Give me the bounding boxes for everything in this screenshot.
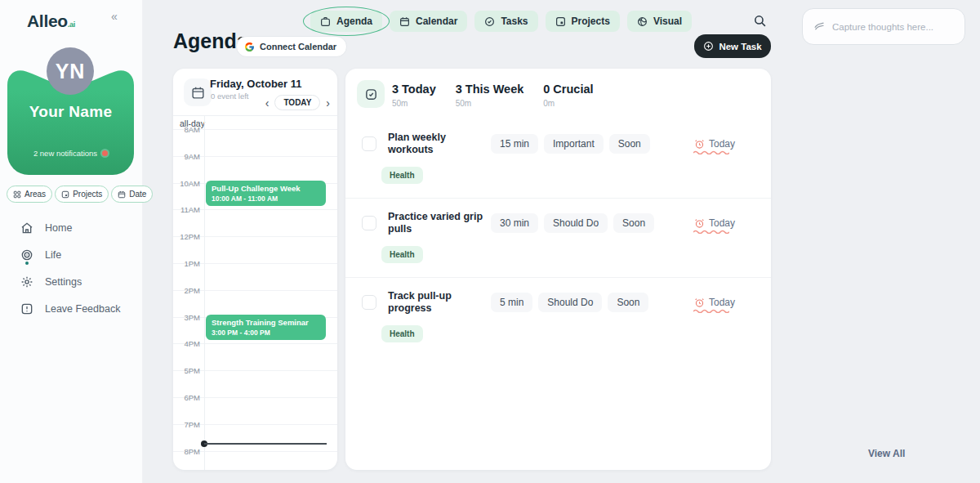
- sidebar-menu: Home Life Settings Leave Feedback: [20, 214, 120, 322]
- calendar-panel: Friday, October 11 0 event left ‹ TODAY …: [173, 69, 337, 470]
- task-row: Track pull-up progress 5 min Should Do S…: [345, 278, 771, 356]
- notifications-label: 2 new notifications: [33, 149, 97, 158]
- check-square-icon: [364, 87, 378, 101]
- task-title: Practice varied grip pulls: [388, 211, 489, 235]
- task-checkbox[interactable]: [362, 295, 376, 310]
- next-day-button[interactable]: ›: [326, 97, 330, 109]
- tasks-panel: 3 Today 50m 3 This Week 50m 0 Crucial 0m…: [345, 69, 771, 470]
- sidebar-item-home[interactable]: Home: [20, 214, 120, 241]
- priority-chip: Should Do: [538, 293, 602, 312]
- projects-icon: [61, 190, 69, 199]
- tag-health: Health: [381, 167, 423, 184]
- alarm-clock-icon: [694, 139, 705, 150]
- feedback-icon: [20, 302, 33, 315]
- home-icon: [20, 221, 33, 235]
- calendar-nav: ‹ TODAY ›: [265, 95, 330, 110]
- sidebar-item-life[interactable]: Life: [20, 241, 120, 268]
- wavy-underline: [693, 309, 729, 313]
- search-icon: [753, 14, 767, 28]
- duration-chip: 30 min: [491, 213, 538, 233]
- pen-icon: [813, 20, 826, 33]
- capture-thoughts-box: [802, 8, 965, 45]
- tasks-stats: 3 Today 50m 3 This Week 50m 0 Crucial 0m: [392, 83, 594, 108]
- calendar-event[interactable]: Strength Training Seminar 3:00 PM - 4:00…: [206, 315, 326, 340]
- check-circle-icon: [484, 16, 495, 27]
- tag-health: Health: [381, 325, 423, 342]
- hour-label: 5PM: [173, 366, 200, 375]
- sidebar-collapse-button[interactable]: «: [111, 10, 118, 23]
- tag-health: Health: [381, 246, 423, 263]
- calendar-event[interactable]: Pull-Up Challenge Week 10:00 AM - 11:00 …: [206, 181, 326, 206]
- event-title: Strength Training Seminar: [212, 318, 320, 327]
- calendar-date-title: Friday, October 11: [210, 78, 301, 90]
- app-logo: Alleo.ai: [27, 11, 75, 31]
- hour-label: 6PM: [173, 393, 200, 402]
- hour-label: 1PM: [173, 259, 200, 268]
- sidebar-filter-date[interactable]: Date: [111, 186, 153, 203]
- task-checkbox[interactable]: [362, 136, 376, 151]
- grid-icon: [13, 190, 21, 199]
- duration-chip: 15 min: [491, 134, 538, 154]
- sidebar-filter-areas[interactable]: Areas: [7, 186, 52, 203]
- sidebar-filters: Areas Projects Date: [7, 186, 153, 203]
- tab-agenda[interactable]: Agenda: [310, 11, 382, 32]
- today-button[interactable]: TODAY: [274, 95, 320, 110]
- when-chip: Soon: [609, 134, 650, 154]
- google-icon: [244, 42, 255, 52]
- hour-label: 8AM: [173, 125, 200, 134]
- sidebar: Alleo.ai « YN Your Name 2 new notificati…: [0, 0, 143, 483]
- event-time: 10:00 AM - 11:00 AM: [212, 195, 320, 203]
- globe-icon: [637, 16, 648, 27]
- prev-day-button[interactable]: ‹: [265, 97, 270, 109]
- priority-chip: Important: [544, 134, 604, 154]
- due-label: Today: [709, 138, 735, 150]
- tab-projects[interactable]: Projects: [546, 11, 620, 32]
- search-button[interactable]: [753, 14, 767, 28]
- tasks-header-icon-box: [357, 80, 385, 108]
- tab-tasks[interactable]: Tasks: [474, 11, 537, 32]
- hour-label: 8PM: [173, 447, 200, 456]
- stat-crucial: 0 Crucial 0m: [543, 83, 593, 108]
- hour-label: 7PM: [173, 420, 200, 429]
- due-label: Today: [709, 217, 735, 229]
- sidebar-item-settings[interactable]: Settings: [20, 268, 120, 295]
- projects-icon: [555, 16, 566, 27]
- due-date[interactable]: Today: [694, 297, 735, 308]
- top-navigation: Agenda Calendar Tasks Projects Visual: [310, 11, 692, 32]
- calendar-icon: [399, 16, 410, 27]
- sidebar-item-leave-feedback[interactable]: Leave Feedback: [20, 295, 120, 322]
- plus-circle-icon: [703, 41, 714, 51]
- new-task-button[interactable]: New Task: [694, 34, 771, 58]
- collapse-icon: «: [111, 10, 118, 23]
- priority-chip: Should Do: [544, 213, 608, 233]
- task-row: Plan weekly workouts 15 min Important So…: [345, 119, 771, 199]
- alarm-clock-icon: [694, 297, 705, 308]
- agenda-icon: [320, 16, 331, 27]
- calendar-icon: [118, 190, 126, 199]
- tab-visual[interactable]: Visual: [627, 11, 692, 32]
- stat-this-week: 3 This Week 50m: [456, 83, 524, 108]
- events-left-label: 0 event left: [211, 92, 248, 101]
- notifications[interactable]: 2 new notifications: [7, 149, 134, 158]
- avatar: YN: [47, 47, 94, 95]
- task-checkbox[interactable]: [362, 216, 376, 230]
- due-date[interactable]: Today: [694, 217, 735, 229]
- task-row: Practice varied grip pulls 30 min Should…: [345, 199, 771, 278]
- due-date[interactable]: Today: [694, 138, 735, 150]
- event-title: Pull-Up Challenge Week: [212, 184, 320, 193]
- hour-label: 3PM: [173, 313, 200, 322]
- connect-calendar-button[interactable]: Connect Calendar: [236, 36, 347, 57]
- view-all-link[interactable]: View All: [868, 448, 905, 459]
- hour-label: 11AM: [173, 205, 200, 214]
- tab-calendar[interactable]: Calendar: [390, 11, 467, 32]
- when-chip: Soon: [613, 213, 654, 233]
- calendar-icon: [191, 86, 205, 100]
- hour-label: 12PM: [173, 232, 200, 241]
- capture-thoughts-input[interactable]: [832, 22, 954, 32]
- sidebar-filter-projects[interactable]: Projects: [55, 186, 109, 203]
- hour-label: 10AM: [173, 179, 200, 188]
- task-title: Track pull-up progress: [388, 290, 489, 315]
- wavy-underline: [693, 230, 729, 234]
- alarm-clock-icon: [694, 218, 705, 229]
- gear-icon: [20, 275, 33, 288]
